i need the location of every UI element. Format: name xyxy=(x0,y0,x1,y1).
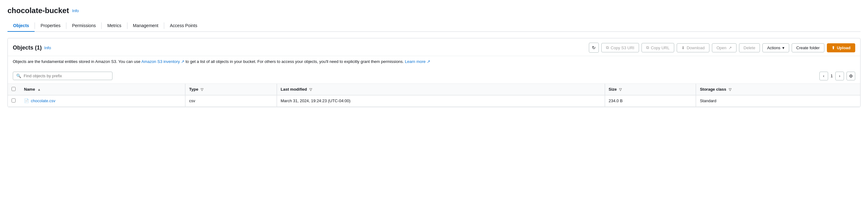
tab-permissions[interactable]: Permissions xyxy=(66,20,101,32)
refresh-button[interactable]: ↻ xyxy=(589,43,599,53)
actions-button[interactable]: Actions ▾ xyxy=(763,43,789,52)
objects-panel: Objects (1) Info ↻ ⧉ Copy S3 URI ⧉ Copy … xyxy=(7,38,861,107)
learn-more-link[interactable]: Learn more ↗ xyxy=(405,59,430,64)
row-storage-class-cell: Standard xyxy=(696,95,860,107)
select-all-checkbox[interactable] xyxy=(11,87,16,91)
copy-s3-uri-icon: ⧉ xyxy=(606,45,609,50)
panel-info-link[interactable]: Info xyxy=(44,46,51,50)
delete-button[interactable]: Delete xyxy=(739,43,760,52)
download-button[interactable]: ⬇ Download xyxy=(677,43,709,52)
refresh-icon: ↻ xyxy=(592,45,596,50)
table-wrapper: Name ▲ Type ▽ Last modified ▽ xyxy=(8,84,860,107)
search-box[interactable]: 🔍 xyxy=(13,72,113,80)
tab-properties[interactable]: Properties xyxy=(35,20,66,32)
open-external-icon: ↗ xyxy=(728,46,732,50)
type-sort-icon: ▽ xyxy=(200,88,203,91)
select-all-header xyxy=(8,84,20,95)
file-icon: 📄 xyxy=(24,98,29,103)
create-folder-button[interactable]: Create folder xyxy=(792,43,825,52)
search-row: 🔍 ‹ 1 › ⚙ xyxy=(8,68,860,84)
tab-management[interactable]: Management xyxy=(127,20,164,32)
bucket-info-link[interactable]: Info xyxy=(72,8,79,13)
search-input[interactable] xyxy=(24,73,109,78)
copy-url-button[interactable]: ⧉ Copy URL xyxy=(642,43,674,52)
s3-inventory-link[interactable]: Amazon S3 inventory ↗ xyxy=(142,59,184,64)
next-page-icon: › xyxy=(839,73,840,78)
col-header-last-modified[interactable]: Last modified ▽ xyxy=(277,84,605,95)
settings-icon: ⚙ xyxy=(849,73,853,79)
col-header-type[interactable]: Type ▽ xyxy=(185,84,277,95)
next-page-button[interactable]: › xyxy=(835,72,844,80)
row-type-cell: csv xyxy=(185,95,277,107)
panel-title: Objects (1) xyxy=(13,44,42,51)
bucket-title: chocolate-bucket xyxy=(7,6,69,15)
objects-table: Name ▲ Type ▽ Last modified ▽ xyxy=(8,84,860,107)
row-last-modified-cell: March 31, 2024, 19:24:23 (UTC-04:00) xyxy=(277,95,605,107)
row-size-cell: 234.0 B xyxy=(605,95,696,107)
col-header-size[interactable]: Size ▽ xyxy=(605,84,696,95)
storage-class-sort-icon: ▽ xyxy=(729,88,731,91)
table-header-row: Name ▲ Type ▽ Last modified ▽ xyxy=(8,84,860,95)
copy-s3-uri-button[interactable]: ⧉ Copy S3 URI xyxy=(601,43,639,52)
open-button[interactable]: Open ↗ xyxy=(712,43,737,52)
name-sort-icon: ▲ xyxy=(37,88,41,91)
upload-icon: ⬆ xyxy=(832,46,835,50)
upload-button[interactable]: ⬆ Upload xyxy=(827,43,855,52)
page-number: 1 xyxy=(831,73,833,78)
tab-access-points[interactable]: Access Points xyxy=(164,20,203,32)
copy-url-icon: ⧉ xyxy=(646,45,649,50)
actions-chevron-icon: ▾ xyxy=(782,46,784,50)
tabs-row: Objects Properties Permissions Metrics M… xyxy=(7,20,861,32)
panel-description: Objects are the fundamental entities sto… xyxy=(8,56,860,68)
col-header-storage-class[interactable]: Storage class ▽ xyxy=(696,84,860,95)
col-header-name[interactable]: Name ▲ xyxy=(20,84,185,95)
tab-metrics[interactable]: Metrics xyxy=(101,20,127,32)
search-icon: 🔍 xyxy=(16,73,21,78)
prev-page-icon: ‹ xyxy=(823,73,825,78)
panel-actions: ↻ ⧉ Copy S3 URI ⧉ Copy URL ⬇ Download xyxy=(589,43,855,53)
last-modified-sort-icon: ▽ xyxy=(309,88,312,91)
size-sort-icon: ▽ xyxy=(619,88,622,91)
prev-page-button[interactable]: ‹ xyxy=(819,72,828,80)
file-link[interactable]: 📄 chocolate.csv xyxy=(24,98,56,103)
row-checkbox[interactable] xyxy=(11,98,16,102)
table-row: 📄 chocolate.csv csv March 31, 2024, 19:2… xyxy=(8,95,860,107)
row-name-cell: 📄 chocolate.csv xyxy=(20,95,185,107)
tab-objects[interactable]: Objects xyxy=(7,20,35,32)
row-checkbox-cell xyxy=(8,95,20,107)
table-settings-button[interactable]: ⚙ xyxy=(846,72,855,80)
pagination-row: ‹ 1 › ⚙ xyxy=(819,72,855,80)
download-icon: ⬇ xyxy=(681,46,685,50)
